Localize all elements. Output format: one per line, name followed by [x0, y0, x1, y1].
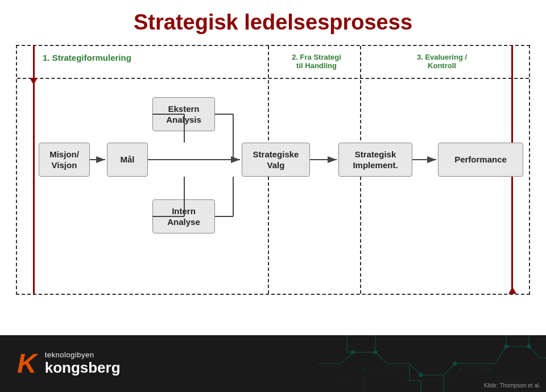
horizontal-separator	[17, 78, 529, 79]
diagram-container: 1. Strategiformulering 2. Fra Strategi t…	[16, 45, 530, 295]
svg-point-6	[527, 345, 531, 348]
footer-source: Kilde: Thompson et al.	[484, 382, 540, 389]
page-title: Strategisk ledelsesprosess	[16, 10, 530, 35]
svg-point-1	[351, 351, 354, 354]
col-header-1: 1. Strategiformulering	[43, 53, 258, 62]
svg-point-2	[374, 351, 377, 354]
main-content: Strategisk ledelsesprosess 1. Strategifo…	[0, 0, 546, 335]
footer-brand-label: kongsberg	[45, 359, 121, 377]
box-performance: Performance	[438, 143, 523, 177]
footer-text-block: teknologibyen kongsberg	[45, 351, 121, 377]
box-maal: Mål	[107, 143, 148, 177]
box-ekstern-analysis: Ekstern Analysis	[152, 97, 215, 131]
footer: K teknologibyen kongsberg Kilde: Thompso…	[0, 335, 546, 392]
footer-logo: K teknologibyen kongsberg	[17, 350, 121, 377]
footer-city-label: teknologibyen	[45, 351, 121, 359]
logo-k-icon: K	[17, 350, 37, 377]
svg-point-5	[504, 345, 508, 348]
box-intern-analyse: Intern Analyse	[152, 199, 215, 233]
svg-point-4	[453, 362, 457, 365]
svg-point-3	[419, 373, 423, 377]
svg-point-8	[460, 368, 462, 370]
svg-point-9	[488, 368, 490, 370]
svg-point-7	[363, 368, 365, 370]
arrow-up-right	[508, 287, 516, 294]
col-header-3: 3. Evaluering / Kontroll	[365, 53, 519, 70]
col-header-2: 2. Fra Strategi til Handling	[273, 53, 360, 70]
box-misjon-visjon: Misjon/ Visjon	[39, 143, 90, 177]
box-strategiske-valg: Strategiske Valg	[242, 143, 310, 177]
box-strategisk-implement: Strategisk Implement.	[338, 143, 412, 177]
arrow-down-left	[30, 78, 38, 85]
